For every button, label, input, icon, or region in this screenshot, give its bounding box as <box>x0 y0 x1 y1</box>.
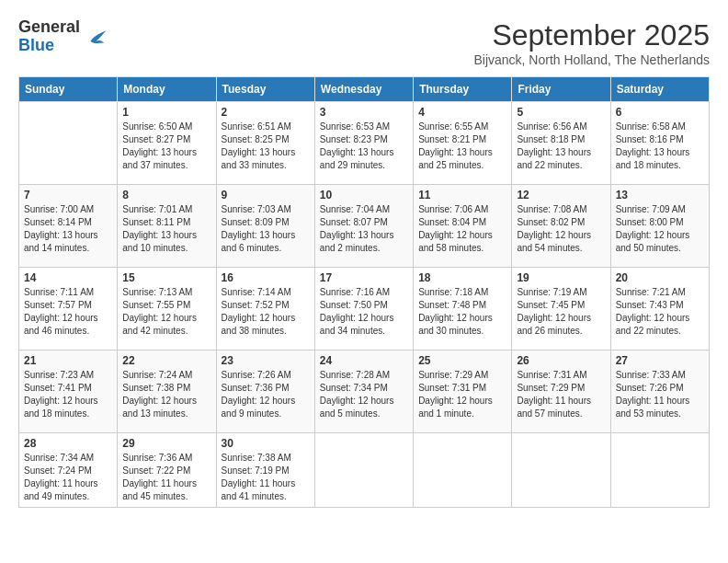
day-header-monday: Monday <box>118 77 216 102</box>
day-number: 28 <box>24 437 112 450</box>
calendar-cell: 8Sunrise: 7:01 AMSunset: 8:11 PMDaylight… <box>118 185 216 268</box>
calendar-cell: 14Sunrise: 7:11 AMSunset: 7:57 PMDayligh… <box>19 268 118 350</box>
day-info: Sunrise: 7:26 AMSunset: 7:36 PMDaylight:… <box>222 369 310 420</box>
day-number: 30 <box>222 437 310 450</box>
day-info: Sunrise: 7:14 AMSunset: 7:52 PMDaylight:… <box>222 286 310 338</box>
calendar-cell: 23Sunrise: 7:26 AMSunset: 7:36 PMDayligh… <box>216 350 314 433</box>
day-info: Sunrise: 7:18 AMSunset: 7:48 PMDaylight:… <box>418 286 506 338</box>
day-number: 7 <box>24 189 112 201</box>
day-header-saturday: Saturday <box>610 77 709 102</box>
day-header-wednesday: Wednesday <box>314 77 413 102</box>
calendar-cell: 11Sunrise: 7:06 AMSunset: 8:04 PMDayligh… <box>414 185 512 268</box>
day-number: 16 <box>222 271 310 284</box>
month-title: September 2025 <box>473 18 710 52</box>
calendar-cell: 20Sunrise: 7:21 AMSunset: 7:43 PMDayligh… <box>610 268 709 350</box>
calendar-cell: 28Sunrise: 7:34 AMSunset: 7:24 PMDayligh… <box>19 433 118 508</box>
day-info: Sunrise: 7:23 AMSunset: 7:41 PMDaylight:… <box>24 369 112 420</box>
day-number: 18 <box>418 271 506 284</box>
calendar-cell <box>512 433 610 508</box>
day-info: Sunrise: 7:21 AMSunset: 7:43 PMDaylight:… <box>616 286 704 338</box>
calendar-cell <box>610 433 709 508</box>
day-number: 27 <box>616 354 704 367</box>
day-number: 17 <box>320 271 408 284</box>
calendar-cell: 12Sunrise: 7:08 AMSunset: 8:02 PMDayligh… <box>512 185 610 268</box>
calendar-cell: 3Sunrise: 6:53 AMSunset: 8:23 PMDaylight… <box>314 102 413 185</box>
calendar-cell: 10Sunrise: 7:04 AMSunset: 8:07 PMDayligh… <box>314 185 413 268</box>
day-info: Sunrise: 7:04 AMSunset: 8:07 PMDaylight:… <box>320 203 408 255</box>
day-number: 21 <box>24 354 112 367</box>
calendar-cell: 4Sunrise: 6:55 AMSunset: 8:21 PMDaylight… <box>414 102 512 185</box>
day-info: Sunrise: 7:09 AMSunset: 8:00 PMDaylight:… <box>616 203 704 255</box>
day-number: 23 <box>222 354 310 367</box>
day-info: Sunrise: 7:16 AMSunset: 7:50 PMDaylight:… <box>320 286 408 338</box>
day-number: 19 <box>517 271 605 284</box>
calendar-cell: 16Sunrise: 7:14 AMSunset: 7:52 PMDayligh… <box>216 268 314 350</box>
calendar-week-row: 28Sunrise: 7:34 AMSunset: 7:24 PMDayligh… <box>19 433 710 508</box>
calendar-cell: 27Sunrise: 7:33 AMSunset: 7:26 PMDayligh… <box>610 350 709 433</box>
calendar-cell: 7Sunrise: 7:00 AMSunset: 8:14 PMDaylight… <box>19 185 118 268</box>
day-header-tuesday: Tuesday <box>216 77 314 102</box>
calendar-cell: 25Sunrise: 7:29 AMSunset: 7:31 PMDayligh… <box>414 350 512 433</box>
calendar-table: SundayMondayTuesdayWednesdayThursdayFrid… <box>18 76 710 508</box>
day-number: 22 <box>122 354 210 367</box>
day-number: 26 <box>517 354 605 367</box>
calendar-week-row: 7Sunrise: 7:00 AMSunset: 8:14 PMDaylight… <box>19 185 710 268</box>
calendar-cell: 26Sunrise: 7:31 AMSunset: 7:29 PMDayligh… <box>512 350 610 433</box>
day-info: Sunrise: 7:13 AMSunset: 7:55 PMDaylight:… <box>122 286 210 338</box>
day-info: Sunrise: 6:53 AMSunset: 8:23 PMDaylight:… <box>320 121 408 172</box>
calendar-cell: 21Sunrise: 7:23 AMSunset: 7:41 PMDayligh… <box>19 350 118 433</box>
calendar-cell <box>314 433 413 508</box>
calendar-cell: 9Sunrise: 7:03 AMSunset: 8:09 PMDaylight… <box>216 185 314 268</box>
day-number: 25 <box>418 354 506 367</box>
logo-text: General Blue <box>18 18 80 55</box>
day-number: 8 <box>122 189 210 201</box>
day-info: Sunrise: 6:50 AMSunset: 8:27 PMDaylight:… <box>122 121 210 172</box>
calendar-cell: 13Sunrise: 7:09 AMSunset: 8:00 PMDayligh… <box>610 185 709 268</box>
logo: General Blue <box>18 18 109 55</box>
calendar-cell: 30Sunrise: 7:38 AMSunset: 7:19 PMDayligh… <box>216 433 314 508</box>
calendar-cell: 24Sunrise: 7:28 AMSunset: 7:34 PMDayligh… <box>314 350 413 433</box>
day-info: Sunrise: 6:58 AMSunset: 8:16 PMDaylight:… <box>616 121 704 172</box>
day-info: Sunrise: 7:03 AMSunset: 8:09 PMDaylight:… <box>222 203 310 255</box>
day-number: 5 <box>517 106 605 119</box>
day-number: 15 <box>122 271 210 284</box>
calendar-cell: 29Sunrise: 7:36 AMSunset: 7:22 PMDayligh… <box>118 433 216 508</box>
day-number: 6 <box>616 106 704 119</box>
day-number: 9 <box>222 189 310 201</box>
calendar-cell: 18Sunrise: 7:18 AMSunset: 7:48 PMDayligh… <box>414 268 512 350</box>
calendar-week-row: 14Sunrise: 7:11 AMSunset: 7:57 PMDayligh… <box>19 268 710 350</box>
day-number: 20 <box>616 271 704 284</box>
calendar-week-row: 21Sunrise: 7:23 AMSunset: 7:41 PMDayligh… <box>19 350 710 433</box>
calendar-week-row: 1Sunrise: 6:50 AMSunset: 8:27 PMDaylight… <box>19 102 710 185</box>
title-block: September 2025 Bijvanck, North Holland, … <box>473 18 710 67</box>
calendar-cell: 6Sunrise: 6:58 AMSunset: 8:16 PMDaylight… <box>610 102 709 185</box>
calendar-cell: 17Sunrise: 7:16 AMSunset: 7:50 PMDayligh… <box>314 268 413 350</box>
calendar-header-row: SundayMondayTuesdayWednesdayThursdayFrid… <box>19 77 710 102</box>
day-info: Sunrise: 7:36 AMSunset: 7:22 PMDaylight:… <box>122 452 210 503</box>
location-subtitle: Bijvanck, North Holland, The Netherlands <box>473 52 710 67</box>
day-number: 13 <box>616 189 704 201</box>
day-info: Sunrise: 7:29 AMSunset: 7:31 PMDaylight:… <box>418 369 506 420</box>
day-info: Sunrise: 7:33 AMSunset: 7:26 PMDaylight:… <box>616 369 704 420</box>
logo-bird-icon <box>84 24 109 50</box>
day-info: Sunrise: 6:51 AMSunset: 8:25 PMDaylight:… <box>222 121 310 172</box>
calendar-cell: 1Sunrise: 6:50 AMSunset: 8:27 PMDaylight… <box>118 102 216 185</box>
calendar-cell: 15Sunrise: 7:13 AMSunset: 7:55 PMDayligh… <box>118 268 216 350</box>
day-info: Sunrise: 7:24 AMSunset: 7:38 PMDaylight:… <box>122 369 210 420</box>
day-info: Sunrise: 6:55 AMSunset: 8:21 PMDaylight:… <box>418 121 506 172</box>
day-number: 14 <box>24 271 112 284</box>
day-info: Sunrise: 6:56 AMSunset: 8:18 PMDaylight:… <box>517 121 605 172</box>
calendar-cell <box>19 102 118 185</box>
day-info: Sunrise: 7:19 AMSunset: 7:45 PMDaylight:… <box>517 286 605 338</box>
day-number: 24 <box>320 354 408 367</box>
day-number: 10 <box>320 189 408 201</box>
day-info: Sunrise: 7:38 AMSunset: 7:19 PMDaylight:… <box>222 452 310 503</box>
day-info: Sunrise: 7:28 AMSunset: 7:34 PMDaylight:… <box>320 369 408 420</box>
day-header-sunday: Sunday <box>19 77 118 102</box>
day-info: Sunrise: 7:08 AMSunset: 8:02 PMDaylight:… <box>517 203 605 255</box>
calendar-cell: 5Sunrise: 6:56 AMSunset: 8:18 PMDaylight… <box>512 102 610 185</box>
day-info: Sunrise: 7:06 AMSunset: 8:04 PMDaylight:… <box>418 203 506 255</box>
calendar-cell: 22Sunrise: 7:24 AMSunset: 7:38 PMDayligh… <box>118 350 216 433</box>
day-info: Sunrise: 7:31 AMSunset: 7:29 PMDaylight:… <box>517 369 605 420</box>
day-info: Sunrise: 7:34 AMSunset: 7:24 PMDaylight:… <box>24 452 112 503</box>
